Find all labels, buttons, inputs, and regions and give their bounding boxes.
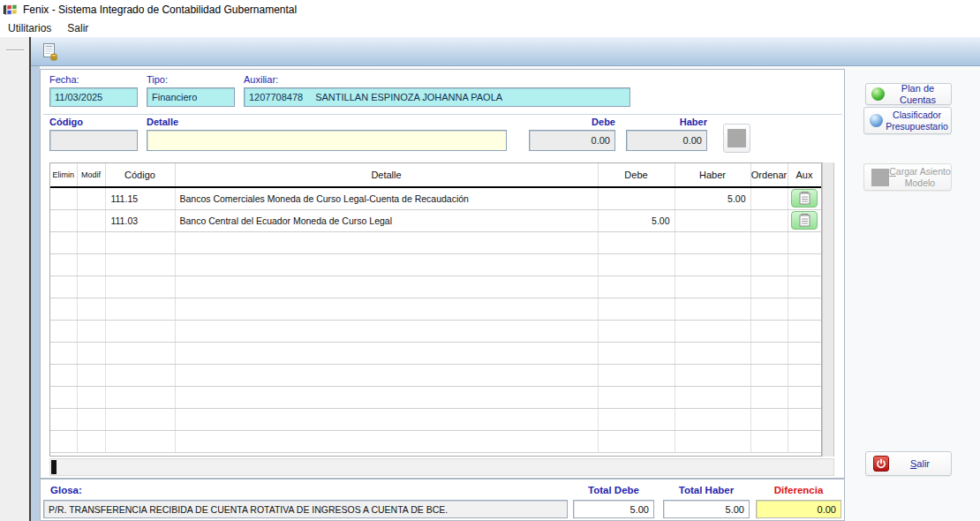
cell-detalle [175,342,598,364]
cell-codigo [105,298,175,320]
table-row[interactable] [50,253,821,276]
cell-elimin [50,408,77,430]
form-left-margin [31,37,40,521]
auxiliar-id: 1207708478 [249,92,303,102]
cell-aux [788,342,821,364]
clasificador-presupuestario-button[interactable]: Clasificador Presupuestario [863,107,952,134]
cell-haber [675,276,750,298]
aux-button[interactable] [791,211,818,230]
entries-table: Elimin Modif Código Detalle Debe Haber O… [49,162,822,457]
new-entry-toolbar-button[interactable] [39,41,62,64]
app-window: Fenix - Sistema Integrado de Contabilida… [0,0,980,521]
scrollbar-thumb[interactable] [51,460,57,474]
cell-aux [788,187,821,209]
cell-haber [675,408,750,430]
cell-codigo [105,231,175,253]
col-modif: Modif [77,163,105,187]
glosa-input[interactable]: P/R. TRANSFERENCIA RECIBIDA DE CUENTA RO… [43,500,568,518]
add-line-button-disabled [723,124,750,153]
menu-utilitarios[interactable]: Utilitarios [0,20,59,36]
cell-ordenar [750,430,788,452]
table-row[interactable] [50,276,821,298]
glosa-label: Glosa: [50,485,82,495]
table-row[interactable]: 111.15Bancos Comerciales Moneda de Curso… [50,187,821,209]
cell-aux [788,430,821,452]
cell-ordenar [750,342,788,364]
table-row[interactable] [50,386,821,408]
cell-aux [788,209,821,231]
total-debe-label: Total Debe [573,485,654,495]
cell-detalle [175,430,598,452]
table-horizontal-scrollbar[interactable] [49,458,834,476]
cell-haber [675,253,750,276]
table-row[interactable] [50,430,821,452]
cell-elimin [50,209,77,231]
cell-aux [788,253,821,276]
menu-salir[interactable]: Salir [59,20,96,36]
detalle-entry-input[interactable] [147,130,507,151]
cell-debe [598,408,675,430]
table-row[interactable] [50,408,821,430]
table-row[interactable] [50,231,821,253]
cell-codigo: 111.03 [105,209,175,231]
cell-debe: 5.00 [598,209,675,231]
cell-elimin [50,364,77,386]
cell-modif [77,364,105,386]
cell-elimin [50,386,77,408]
col-codigo: Código [105,163,175,187]
tipo-label: Tipo: [147,74,168,85]
salir-label: Salir [889,458,951,470]
cell-detalle [175,320,598,342]
table-row[interactable] [50,342,821,364]
cell-codigo [105,408,175,430]
col-detalle: Detalle [175,163,598,187]
cell-debe [598,364,675,386]
cell-modif [77,408,105,430]
cell-codigo: 111.15 [105,187,175,209]
cell-modif [77,386,105,408]
aux-button[interactable] [791,189,818,208]
total-debe-value: 5.00 [573,500,654,518]
cell-detalle [175,386,598,408]
cell-haber [675,320,750,342]
cell-haber [675,209,750,231]
auxiliar-input[interactable]: 1207708478SANTILLAN ESPINOZA JOHANNA PAO… [244,87,630,107]
cell-debe [598,187,675,209]
cargar-asiento-modelo-button: Cargar Asiento Modelo [863,163,952,191]
codigo-label: Código [49,117,83,127]
cell-modif [77,276,105,298]
power-icon [873,456,889,472]
table-header-row: Elimin Modif Código Detalle Debe Haber O… [50,163,821,187]
cell-aux [788,298,821,320]
salir-button[interactable]: Salir [865,451,952,476]
table-row[interactable] [50,320,821,342]
table-row[interactable] [50,298,821,320]
cell-modif [77,231,105,253]
table-vertical-scrollbar[interactable] [822,162,834,457]
fecha-input[interactable]: 11/03/2025 [49,87,138,107]
cell-aux [788,386,821,408]
cell-aux [788,408,821,430]
cell-debe [598,253,675,276]
cell-debe [598,276,675,298]
cell-ordenar [750,320,788,342]
cargar-asiento-label: Cargar Asiento Modelo [889,166,951,187]
table-row[interactable] [50,364,821,386]
cell-detalle [175,253,598,276]
cell-ordenar [750,386,788,408]
cell-ordenar [750,209,788,231]
cell-elimin [50,253,77,276]
haber-entry-input: 0.00 [626,130,707,151]
auxiliar-name: SANTILLAN ESPINOZA JOHANNA PAOLA [315,92,502,102]
haber-label: Haber [640,117,707,127]
journal-entry-panel: Fecha: Tipo: Auxiliar: 11/03/2025 Financ… [40,69,845,479]
tipo-input[interactable]: Financiero [147,87,235,107]
table-row[interactable]: 111.03Banco Central del Ecuador Moneda d… [50,209,821,231]
cell-codigo [105,253,175,276]
splitter-grip[interactable] [6,49,24,51]
cell-elimin [50,320,77,342]
cell-detalle [175,231,598,253]
blue-sphere-icon [870,114,883,127]
cell-debe [598,430,675,452]
plan-de-cuentas-button[interactable]: Plan de Cuentas [865,83,952,105]
